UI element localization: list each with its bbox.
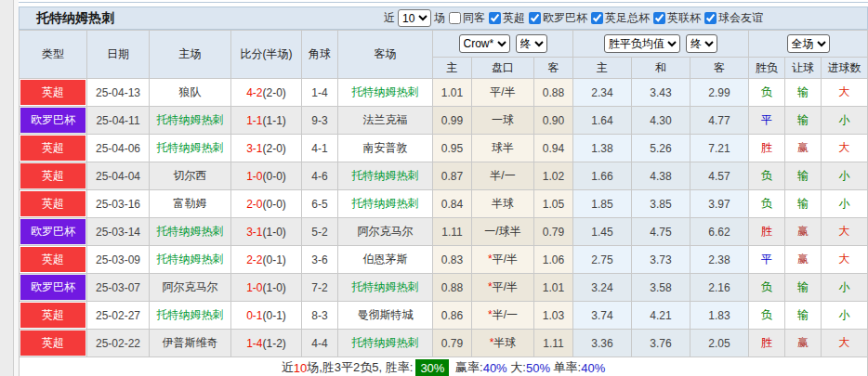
league-label-1: 欧罗巴杯 [543, 10, 587, 26]
handicap-line: 平/半 [472, 79, 534, 107]
league-cell: 英超 [20, 162, 87, 190]
summary-segment-7: 50% [526, 361, 550, 375]
league-cell: 英超 [20, 190, 87, 218]
league-badge: 英超 [20, 80, 85, 105]
handicap-home-odds: 0.99 [433, 107, 472, 135]
league-badge: 英超 [20, 303, 85, 328]
europe-odds-select[interactable]: 胜平负均值 [604, 34, 680, 53]
page: 托特纳姆热刺 近 10 场 同客 英超欧罗巴杯英足总杯英联杯球会友谊 [0, 0, 868, 376]
changed-line-star: * [488, 280, 493, 293]
league-cell: 欧罗巴杯 [20, 218, 87, 246]
europe-away-odds: 2.99 [690, 79, 749, 107]
match-date: 25-03-16 [87, 190, 150, 218]
score-cell: 3-1(1-0) [231, 218, 302, 246]
summary-segment-6: 大: [507, 359, 526, 376]
table-row: 英超 25-03-16 富勒姆 2-0(0-0) 6-5 托特纳姆热刺 0.84… [20, 190, 868, 218]
halftime-score: (0-1) [263, 253, 286, 266]
halftime-score: (1-0) [263, 281, 286, 294]
handicap-away-odds: 0.88 [534, 79, 573, 107]
score-cell: 1-1(1-1) [231, 107, 302, 135]
league-cell: 欧罗巴杯 [20, 107, 87, 135]
home-team: 托特纳姆热刺 [150, 302, 231, 330]
handicap-home-odds: 0.87 [433, 162, 472, 190]
halftime-score: (0-1) [263, 309, 286, 322]
handicap-line: 一球 [472, 107, 534, 135]
scope-select[interactable]: 全场 [787, 34, 830, 53]
score-cell: 3-1(2-0) [231, 135, 302, 162]
europe-away-odds: 2.38 [690, 246, 749, 274]
europe-away-odds: 1.83 [690, 302, 749, 330]
league-checkbox-4[interactable] [704, 12, 717, 24]
table-row: 欧罗巴杯 25-03-07 阿尔克马尔 1-0(1-0) 7-2 托特纳姆热刺 … [20, 274, 868, 302]
europe-away-odds: 6.62 [690, 218, 749, 246]
handicap-home-odds: 0.88 [433, 274, 472, 302]
europe-draw-odds: 3.85 [632, 190, 690, 218]
same-away-label: 同客 [463, 10, 485, 26]
corner-count: 3-6 [302, 246, 338, 274]
summary-segment-5: 40% [483, 361, 507, 375]
fulltime-score: 4-2 [246, 86, 262, 99]
europe-away-odds: 4.57 [690, 162, 749, 190]
match-date: 25-03-14 [87, 218, 150, 246]
away-team: 托特纳姆热刺 [338, 190, 433, 218]
match-result: 胜 [749, 218, 785, 246]
col-header-score: 比分(半场) [231, 31, 302, 79]
handicap-away-odds: 1.03 [534, 302, 573, 330]
league-checkbox-0[interactable] [489, 12, 501, 24]
match-date: 25-04-06 [87, 135, 150, 162]
league-filter-3: 英联杯 [650, 10, 701, 26]
fulltime-score: 3-1 [246, 226, 262, 239]
europe-time-select[interactable]: 终 [686, 34, 717, 53]
col-header-away: 客场 [338, 31, 433, 79]
league-checkbox-1[interactable] [529, 12, 541, 24]
corner-count: 4-1 [302, 135, 338, 162]
handicap-result: 输 [785, 107, 822, 135]
europe-draw-odds: 3.76 [632, 330, 690, 357]
league-checkbox-3[interactable] [653, 12, 665, 24]
europe-home-odds: 1.38 [573, 135, 632, 162]
odds-company-select[interactable]: Crow* [459, 34, 510, 53]
home-team: 狼队 [150, 79, 231, 107]
summary-segment-4: 赢率: [452, 359, 482, 376]
away-team: 托特纳姆热刺 [338, 162, 433, 190]
match-date: 25-02-27 [87, 302, 150, 330]
changed-line-star: * [488, 308, 493, 321]
europe-home-odds: 1.66 [573, 162, 632, 190]
title-bar: 托特纳姆热刺 近 10 场 同客 英超欧罗巴杯英足总杯英联杯球会友谊 [19, 6, 868, 30]
league-checkbox-2[interactable] [591, 12, 603, 24]
handicap-result: 输 [785, 274, 822, 302]
handicap-away-odds: 0.94 [534, 135, 573, 162]
corner-count: 1-4 [302, 79, 338, 107]
league-filter-group: 英超欧罗巴杯英足总杯英联杯球会友谊 [485, 10, 763, 26]
handicap-away-odds: 1.02 [534, 162, 573, 190]
away-team: 曼彻斯特城 [338, 302, 433, 330]
goals-result: 小 [822, 302, 868, 330]
home-team: 托特纳姆热刺 [150, 246, 231, 274]
home-team: 切尔西 [150, 162, 231, 190]
league-cell: 英超 [20, 330, 87, 357]
league-badge: 英超 [20, 163, 85, 188]
europe-draw-odds: 3.58 [632, 274, 690, 302]
corner-count: 6-5 [302, 190, 338, 218]
fulltime-score: 2-2 [246, 253, 262, 266]
table-row: 英超 25-04-04 切尔西 1-0(0-0) 4-6 托特纳姆热刺 0.87… [20, 162, 868, 190]
match-result: 平 [749, 107, 785, 135]
summary-segment-0: 近 [282, 359, 294, 376]
handicap-line: 一/球半 [472, 218, 534, 246]
halftime-score: (1-1) [263, 114, 286, 127]
home-team: 托特纳姆热刺 [150, 135, 231, 162]
match-date: 25-04-13 [87, 79, 150, 107]
score-cell: 1-0(0-0) [231, 162, 302, 190]
same-away-checkbox[interactable] [449, 12, 461, 24]
summary-line: 近10场,胜3平2负5, 胜率:30% 赢率:40% 大:50% 单率:40% [19, 357, 868, 376]
table-row: 英超 25-04-13 狼队 4-2(2-0) 1-4 托特纳姆热刺 1.01 … [20, 79, 868, 107]
away-team: 托特纳姆热刺 [338, 330, 433, 357]
handicap-result: 输 [785, 302, 822, 330]
halftime-score: (0-0) [263, 198, 286, 211]
europe-draw-odds: 3.43 [632, 79, 690, 107]
near-label: 近 [384, 10, 395, 26]
match-count-select[interactable]: 10 [398, 9, 431, 27]
goals-result: 小 [822, 190, 868, 218]
sub-header-result: 胜负 [749, 58, 785, 79]
handicap-time-select[interactable]: 终 [516, 34, 547, 53]
